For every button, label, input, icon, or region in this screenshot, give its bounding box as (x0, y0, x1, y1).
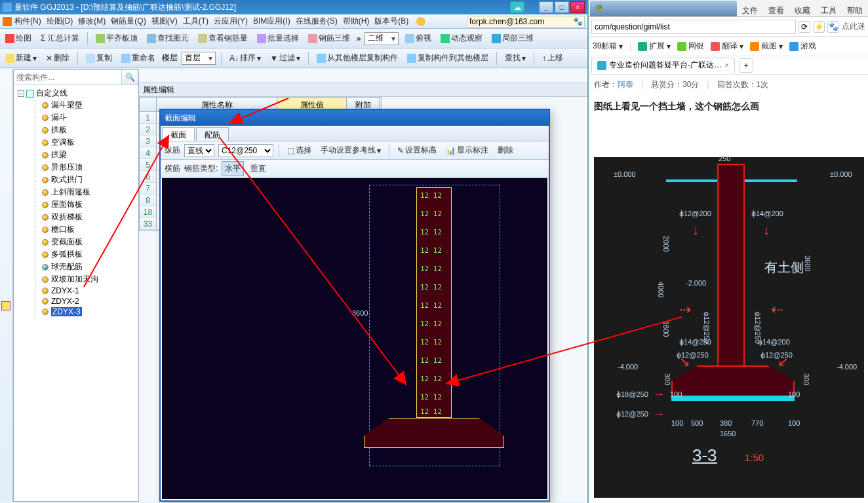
tree-item[interactable]: ZDYX-2 (42, 296, 138, 307)
toggle-icon[interactable]: − (18, 90, 24, 97)
section-canvas[interactable]: 3600 12 12 12 12 12 12 12 12 12 12 12 12… (162, 178, 547, 499)
tree-item[interactable]: 变截面板 (42, 236, 138, 248)
tb-batchsel[interactable]: 批量选择 (254, 31, 302, 45)
tb-find[interactable]: 查找图元 (144, 31, 191, 45)
bm-screenshot[interactable]: 截图 ▾ (750, 41, 783, 52)
tb-viewqty[interactable]: 查看钢筋量 (195, 31, 250, 45)
tree-item[interactable]: 双折梯板 (42, 211, 138, 223)
tree-item[interactable]: ZDYX-1 (42, 286, 138, 296)
bm-bank[interactable]: 网银 (677, 41, 704, 52)
show-dim-button[interactable]: 📊 显示标注 (443, 143, 491, 157)
bm-mail[interactable]: 39邮箱 ▾ (593, 41, 623, 52)
menu-draw[interactable]: 绘图(D) (47, 16, 73, 27)
minimize-button[interactable]: _ (539, 1, 553, 13)
tb-new[interactable]: 新建 ▾ (3, 51, 39, 65)
toolbar-1: 绘图 Σ 汇总计算 平齐板顶 查找图元 查看钢筋量 批量选择 钢筋三维 » 二维… (0, 29, 587, 48)
browser-menu-tools[interactable]: 工具 (816, 5, 842, 16)
tree-item[interactable]: 双坡加加天沟 (42, 273, 138, 286)
search-button[interactable]: 🔍 (121, 70, 138, 84)
tab-rebar[interactable]: 配筋 (196, 127, 229, 141)
tb-filter[interactable]: ▼ 过滤 ▾ (267, 51, 303, 65)
browser-menu-help[interactable]: 帮助 (842, 5, 868, 16)
tb-search[interactable]: 查找 ▾ (502, 51, 528, 65)
close-button[interactable]: × (570, 1, 585, 13)
menu-view[interactable]: 视图(V) (151, 16, 178, 27)
menu-bim[interactable]: BIM应用(I) (253, 16, 290, 27)
tree-item[interactable]: 漏斗梁壁 (42, 99, 138, 111)
horizontal-button[interactable]: 水平 (222, 161, 244, 176)
user-box[interactable] (467, 16, 585, 28)
browser-menu-file[interactable]: 文件 (737, 5, 763, 16)
tree-root[interactable]: − 自定义线 (18, 88, 138, 99)
view-mode-combo[interactable]: 二维▾ (365, 32, 399, 45)
tree-item[interactable]: 欧式拱门 (42, 174, 138, 186)
tb-delete[interactable]: ✕ 删除 (43, 51, 72, 65)
vertical-button[interactable]: 垂直 (248, 162, 269, 176)
menu-modify[interactable]: 修改(M) (78, 16, 106, 27)
browser-tab-thumbnail[interactable]: 🌴 (590, 1, 737, 16)
menu-help[interactable]: 帮助(H) (343, 16, 370, 27)
property-tab-label[interactable]: 属性编辑 (139, 83, 587, 97)
cloud-badge[interactable]: ☁ (510, 1, 524, 13)
delete-rebar-button[interactable]: 删除 (495, 143, 516, 157)
arrow-down-icon: ↘ (679, 354, 690, 369)
tree-item-selected[interactable]: ZDYX-3 (42, 307, 138, 317)
tree-item[interactable]: 漏斗 (42, 111, 138, 124)
menu-tools[interactable]: 工具(T) (183, 16, 208, 27)
bm-translate[interactable]: 翻译 ▾ (711, 41, 743, 52)
tb-moveup[interactable]: ↑ 上移 (540, 51, 566, 65)
url-input[interactable] (591, 20, 796, 34)
tb-orbit[interactable]: 动态观察 (438, 31, 485, 45)
tb-copyfrom[interactable]: 从其他楼层复制构件 (314, 51, 401, 65)
tree-item[interactable]: 上斜雨篷板 (42, 186, 138, 198)
shape-select[interactable]: 直线 (184, 144, 214, 157)
menu-online[interactable]: 在线服务(S) (296, 16, 338, 27)
browser-window: 🌴 文件 查看 收藏 工具 帮助 ⟳ ⚡ 🐾 点此迷 39邮箱 ▾ | 扩展 ▾… (587, 0, 868, 503)
menu-rebar[interactable]: 钢筋量(Q) (111, 16, 146, 27)
menu-cloud[interactable]: 云应用(Y) (214, 16, 248, 27)
bookmark-hint[interactable]: 点此迷 (842, 21, 865, 32)
pick-button[interactable]: ⬚ 选择 (285, 143, 314, 157)
tab-section[interactable]: 截面 (162, 127, 195, 141)
tree-item[interactable]: 空调板 (42, 136, 138, 149)
tb-rebar3d[interactable]: 钢筋三维 (306, 31, 353, 45)
search-input[interactable] (14, 70, 121, 84)
tb-flushslab[interactable]: 平齐板顶 (93, 31, 140, 45)
tree-item[interactable]: 拱板 (42, 124, 138, 136)
tree[interactable]: − 自定义线 漏斗梁壁 漏斗 拱板 空调板 拱梁 异形压顶 欧式拱门 上斜雨篷板… (14, 85, 138, 501)
tb-copyto[interactable]: 复制构件到其他楼层 (404, 51, 491, 65)
lightning-icon[interactable]: ⚡ (813, 21, 825, 33)
arrow-left-icon: ⇠ (771, 301, 783, 318)
tree-item[interactable]: 檐口板 (42, 223, 138, 236)
tb-topview[interactable]: 俯视 (403, 31, 434, 45)
tree-item[interactable]: 拱梁 (42, 149, 138, 161)
tree-item[interactable]: 多弧拱板 (42, 248, 138, 261)
browser-menu-fav[interactable]: 收藏 (789, 5, 816, 16)
page-tab[interactable]: 专业造价问题答疑平台-广联达… × (591, 58, 735, 73)
menu-component[interactable]: 构件(N) (14, 16, 41, 27)
manual-ref-button[interactable]: 手动设置参考线 ▾ (318, 143, 384, 157)
tree-item[interactable]: 异形压顶 (42, 161, 138, 174)
browser-menu-view[interactable]: 查看 (763, 5, 789, 16)
cad-elevation: -4.000 (618, 363, 638, 371)
tb-copy[interactable]: 复制 (83, 51, 115, 65)
close-tab-icon[interactable]: × (724, 61, 729, 70)
bm-game[interactable]: 游戏 (789, 41, 816, 52)
tb-draw[interactable]: 绘图 (3, 31, 34, 45)
maximize-button[interactable]: □ (555, 1, 569, 13)
set-elevation-button[interactable]: ✎ 设置标高 (395, 143, 439, 157)
tb-sort[interactable]: A↓ 排序 ▾ (227, 51, 264, 65)
bm-ext[interactable]: 扩展 ▾ (638, 41, 671, 52)
menu-version[interactable]: 版本号(B) (374, 16, 408, 27)
refresh-icon[interactable]: ⟳ (799, 21, 810, 33)
tree-item[interactable]: 屋面饰板 (42, 198, 138, 211)
tb-rename[interactable]: 重命名 (119, 51, 158, 65)
spec-select[interactable]: C12@250 (218, 144, 273, 157)
tb-local3d[interactable]: 局部三维 (489, 31, 536, 45)
tb-sum[interactable]: Σ 汇总计算 (38, 31, 82, 45)
new-tab-button[interactable]: + (739, 58, 753, 73)
tree-item[interactable]: 球壳配筋 (42, 261, 138, 273)
floor-selector[interactable]: 首层▾ (182, 52, 216, 65)
paw-bookmark-icon[interactable]: 🐾 (827, 21, 839, 33)
meta-author-link[interactable]: 阿泰 (618, 80, 633, 89)
